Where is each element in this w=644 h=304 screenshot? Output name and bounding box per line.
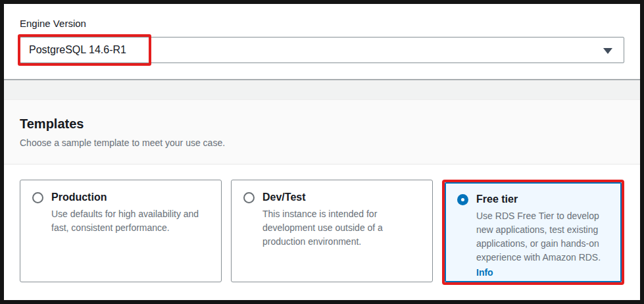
engine-version-select[interactable]: PostgreSQL 14.6-R1 [20, 37, 624, 63]
dev-test-radio[interactable] [243, 192, 255, 203]
engine-version-section: Engine Version PostgreSQL 14.6-R1 [4, 4, 640, 79]
radio-dot [461, 198, 464, 201]
production-card-description: Use defaults for high availability and f… [51, 207, 209, 235]
template-card-free-tier[interactable]: Free tier Use RDS Free Tier to develop n… [445, 182, 622, 282]
templates-title: Templates [20, 116, 624, 132]
section-divider [4, 79, 640, 100]
templates-panel-content: Production Use defaults for high availab… [4, 165, 640, 298]
caret-down-icon [603, 48, 612, 54]
engine-version-selected-value: PostgreSQL 14.6-R1 [29, 44, 126, 56]
template-card-dev-test[interactable]: Dev/Test This instance is intended for d… [231, 180, 433, 282]
dev-test-card-description: This instance is intended for developmen… [262, 207, 420, 249]
screenshot-frame: Engine Version PostgreSQL 14.6-R1 Templa… [0, 0, 644, 304]
free-tier-radio[interactable] [457, 194, 468, 205]
production-card-title: Production [51, 191, 107, 203]
templates-panel: Templates Choose a sample template to me… [4, 100, 640, 298]
annotation-highlight-free-tier: Free tier Use RDS Free Tier to develop n… [442, 180, 624, 285]
info-link[interactable]: Info [476, 266, 493, 280]
templates-panel-header: Templates Choose a sample template to me… [4, 100, 640, 165]
dev-test-card-title: Dev/Test [262, 191, 306, 203]
production-radio[interactable] [32, 192, 43, 203]
free-tier-card-title: Free tier [476, 193, 518, 205]
template-cards-row: Production Use defaults for high availab… [20, 180, 624, 285]
engine-version-label: Engine Version [20, 18, 624, 29]
template-card-production[interactable]: Production Use defaults for high availab… [20, 180, 222, 282]
templates-subtitle: Choose a sample template to meet your us… [20, 138, 624, 148]
free-tier-card-description: Use RDS Free Tier to develop new applica… [476, 209, 609, 265]
